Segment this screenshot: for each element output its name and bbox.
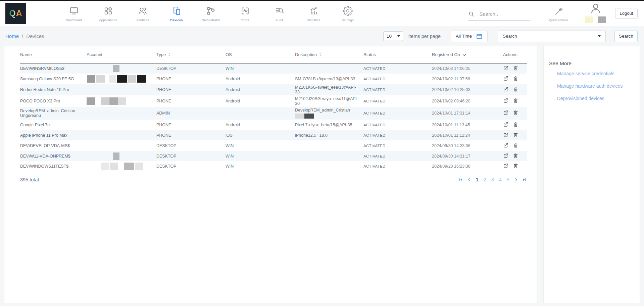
- open-device-button[interactable]: [503, 122, 509, 127]
- device-account-cell: [87, 63, 156, 74]
- device-registered-cell: 2024/09/30 14:31:17: [432, 151, 503, 161]
- pagination-last-button[interactable]: [523, 178, 527, 182]
- delete-device-button[interactable]: [513, 98, 518, 103]
- nav-item-devices[interactable]: Devices: [164, 5, 189, 22]
- device-registered-cell: 2024/09/28 16:23:38: [432, 161, 503, 172]
- nav-item-statistics[interactable]: Statistics: [301, 5, 326, 22]
- device-type-cell: DESKTOP: [156, 63, 226, 74]
- pagination-page-1[interactable]: 1: [476, 177, 479, 182]
- search-button[interactable]: Search: [614, 31, 638, 42]
- delete-device-button[interactable]: [513, 142, 518, 148]
- column-header-description[interactable]: Description: [295, 46, 363, 63]
- device-account-cell: [87, 74, 156, 84]
- device-description-cell: M2102J20SG-vayu_eea/11@API-30: [295, 95, 363, 107]
- open-device-button[interactable]: [503, 163, 509, 169]
- delete-device-button[interactable]: [513, 153, 518, 159]
- nav-item-label: Audit: [276, 18, 283, 22]
- quick-actions-button[interactable]: Quick Actions: [549, 5, 568, 22]
- redacted-account-block: [118, 97, 126, 105]
- delete-device-button[interactable]: [513, 122, 518, 127]
- device-actions-cell: [503, 130, 527, 140]
- device-name-cell: POCO POCO X3 Pro: [20, 95, 87, 107]
- table-toolbar: 10 items per page All Time Search Search: [384, 31, 638, 42]
- open-device-button[interactable]: [503, 65, 509, 71]
- device-status-cell: ACTIVATED: [363, 95, 432, 107]
- nav-item-settings[interactable]: Settings: [335, 5, 360, 22]
- device-registered-cell: 2024/09/30 14:33:06: [432, 140, 503, 151]
- delete-device-button[interactable]: [513, 163, 518, 169]
- see-more-link-deprovisioned-devices[interactable]: Deprovisioned devices: [557, 96, 635, 101]
- pagination-page-5[interactable]: 5: [506, 177, 510, 182]
- see-more-link-manage-service-credentials[interactable]: Manage service credentials: [557, 71, 635, 76]
- delete-device-button[interactable]: [513, 76, 518, 81]
- time-filter-button[interactable]: All Time: [451, 31, 488, 42]
- sort-icon: [168, 52, 171, 57]
- nav-item-tools[interactable]: Tools: [232, 5, 258, 22]
- column-header-label: Status: [363, 52, 376, 57]
- delete-device-button[interactable]: [513, 110, 518, 116]
- search-field-dropdown-label: Search: [503, 34, 517, 39]
- nav-item-identities[interactable]: Identities: [130, 5, 155, 22]
- global-search[interactable]: [468, 11, 531, 20]
- calendar-icon: [476, 33, 483, 40]
- device-type-cell: ADMIN: [156, 107, 226, 120]
- device-status-cell: ACTIVATED: [363, 107, 432, 120]
- open-device-button[interactable]: [503, 76, 509, 81]
- pagination-next-button[interactable]: [514, 178, 518, 182]
- app-logo[interactable]: QA: [5, 3, 26, 24]
- chevron-down-icon: [397, 35, 400, 37]
- device-status-cell: ACTIVATED: [363, 161, 432, 172]
- search-field-dropdown[interactable]: Search: [498, 31, 606, 42]
- pagination-prev-button[interactable]: [467, 178, 471, 182]
- redacted-username-block: [598, 16, 606, 23]
- see-more-link-manage-hardware-auth-devices[interactable]: Manage hardware auth devices: [557, 83, 635, 89]
- device-status-cell: ACTIVATED: [363, 63, 432, 74]
- redacted-account-block: [101, 97, 109, 105]
- pagination-page-4[interactable]: 4: [499, 177, 502, 182]
- redacted-account-block: [117, 75, 127, 83]
- nav-item-applications[interactable]: Applications: [95, 5, 121, 22]
- devices-table: NameAccountTypeOSDescriptionStatusRegist…: [20, 46, 527, 172]
- pagination-page-2[interactable]: 2: [483, 177, 487, 182]
- column-header-registered-on[interactable]: Registered On: [432, 46, 503, 63]
- delete-device-button[interactable]: [513, 86, 518, 92]
- device-type-cell: DESKTOP: [156, 140, 226, 151]
- open-device-button[interactable]: [503, 153, 509, 159]
- device-actions-cell: [503, 120, 527, 130]
- page-size-value: 10: [387, 34, 392, 39]
- pagination-first-button[interactable]: [459, 178, 463, 182]
- device-type-cell: PHONE: [156, 120, 226, 130]
- column-header-label: Actions: [503, 52, 517, 57]
- device-name-cell: DEV\W11-VDA-ONPREM$: [20, 151, 87, 161]
- logout-button[interactable]: Logout: [615, 8, 638, 18]
- nav-item-orchestrator[interactable]: Orchestrator: [198, 5, 224, 22]
- open-device-button[interactable]: [503, 98, 509, 103]
- delete-device-button[interactable]: [513, 65, 518, 71]
- delete-device-button[interactable]: [513, 132, 518, 138]
- search-icon: [468, 11, 475, 17]
- open-device-button[interactable]: [503, 142, 509, 148]
- avatar[interactable]: [590, 2, 602, 14]
- open-device-button[interactable]: [503, 110, 509, 116]
- device-os-cell: WIN: [226, 161, 295, 172]
- page-size-select[interactable]: 10: [384, 32, 403, 41]
- caret-down-icon: [598, 35, 601, 37]
- device-registered-cell: 2024/10/01 11:13:45: [432, 120, 503, 130]
- breadcrumb-home-link[interactable]: Home: [5, 33, 19, 39]
- device-actions-cell: [503, 74, 527, 84]
- table-row: DEV\DEVELOP-VDA-MS$DESKTOPWINACTIVATED20…: [20, 140, 527, 151]
- quick-actions-label: Quick Actions: [549, 18, 568, 22]
- breadcrumb-current: Devices: [26, 33, 44, 39]
- pagination-page-3[interactable]: 3: [491, 177, 494, 182]
- device-type-cell: PHONE: [156, 130, 226, 140]
- nav-item-audit[interactable]: Audit: [266, 5, 292, 22]
- redacted-account-block: [137, 75, 146, 83]
- device-actions-cell: [503, 140, 527, 151]
- nav-item-dashboard[interactable]: Dashboard: [61, 5, 87, 22]
- device-account-cell: [87, 130, 156, 140]
- column-header-type[interactable]: Type: [156, 46, 226, 63]
- global-search-input[interactable]: [479, 11, 531, 17]
- open-device-button[interactable]: [503, 132, 509, 138]
- column-header-label: OS: [226, 52, 232, 57]
- open-device-button[interactable]: [503, 86, 509, 92]
